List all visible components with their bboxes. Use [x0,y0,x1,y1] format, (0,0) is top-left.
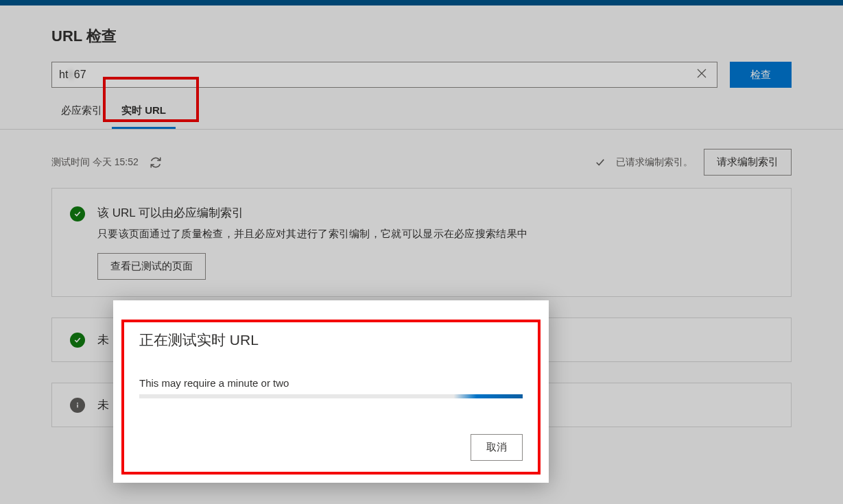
testing-modal: 正在测试实时 URL This may require a minute or … [113,300,549,483]
modal-highlight: 正在测试实时 URL This may require a minute or … [121,320,541,475]
modal-title: 正在测试实时 URL [139,331,523,350]
cancel-button[interactable]: 取消 [471,434,523,461]
progress-bar [139,394,523,398]
modal-message: This may require a minute or two [139,377,523,389]
